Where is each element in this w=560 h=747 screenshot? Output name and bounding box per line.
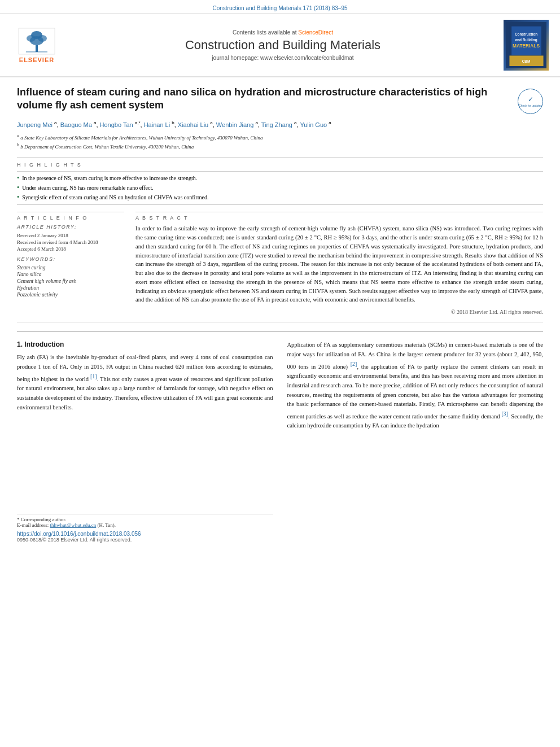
- highlight-item-3: • Synergistic effect of steam curing and…: [17, 194, 543, 202]
- keyword-5: Pozzolanic activity: [17, 292, 124, 298]
- ref-1[interactable]: [1]: [90, 373, 97, 379]
- footer-rights: 0950-0618/© 2018 Elsevier Ltd. All right…: [17, 537, 273, 543]
- journal-header: ELSEVIER Contents lists available at Sci…: [0, 14, 560, 77]
- abstract-text: In order to find a suitable way to impro…: [135, 224, 543, 304]
- highlight-item-2: • Under steam curing, NS has more remark…: [17, 184, 543, 192]
- abstract-label: A B S T R A C T: [135, 212, 543, 221]
- sciencedirect-link[interactable]: ScienceDirect: [298, 29, 333, 36]
- body-col-left: 1. Introduction Fly ash (FA) is the inev…: [17, 340, 273, 543]
- svg-text:MATERIALS: MATERIALS: [513, 43, 540, 49]
- footer-doi-area: https://doi.org/10.1016/j.conbuildmat.20…: [17, 530, 273, 537]
- footnote-email: E-mail address: thhwhut@whut.edu.cn (H. …: [17, 522, 273, 528]
- cbm-logo: Construction and Building MATERIALS CBM: [504, 20, 549, 71]
- divider-body: [17, 322, 543, 322]
- author-wenbin-jiang[interactable]: Wenbin Jiang: [216, 121, 253, 128]
- keywords-section: Keywords: Steam curing Nano silica Cemen…: [17, 256, 124, 298]
- article-title-section: Influence of steam curing and nano silic…: [17, 86, 543, 114]
- ref-3[interactable]: [3]: [501, 410, 508, 417]
- bullet-2: •: [17, 184, 19, 191]
- journal-title: Construction and Building Materials: [73, 38, 492, 53]
- intro-heading: 1. Introduction: [17, 340, 273, 348]
- elsevier-logo: ELSEVIER: [11, 27, 62, 63]
- page-wrapper: Construction and Building Materials 171 …: [0, 0, 560, 551]
- author-baoguo-ma[interactable]: Baoguo Ma: [60, 121, 92, 128]
- keyword-3: Cement high volume fly ash: [17, 278, 124, 284]
- contents-available-text: Contents lists available at ScienceDirec…: [73, 29, 492, 36]
- journal-ref-link[interactable]: Construction and Building Materials 171 …: [212, 5, 347, 11]
- keyword-1: Steam curing: [17, 265, 124, 270]
- article-title: Influence of steam curing and nano silic…: [17, 86, 509, 112]
- authors-line: Junpeng Mei a, Baoguo Ma a, Hongbo Tan a…: [17, 120, 543, 129]
- affiliations: a a State Key Laboratory of Silicate Mat…: [17, 133, 543, 150]
- highlights-bottom-rule: [17, 204, 543, 205]
- cbm-logo-icon: Construction and Building MATERIALS CBM: [508, 24, 545, 66]
- author-hainan-li[interactable]: Hainan Li: [144, 121, 170, 128]
- author-junpeng-mei[interactable]: Junpeng Mei: [17, 121, 53, 128]
- svg-point-6: [31, 31, 42, 39]
- abstract-col: A B S T R A C T In order to find a suita…: [135, 212, 543, 315]
- check-updates-icon: ✓: [528, 95, 533, 103]
- keyword-4: Hydration: [17, 285, 124, 291]
- svg-text:and Building: and Building: [515, 38, 537, 42]
- body-col-right: Application of FA as supplementary cemen…: [287, 340, 544, 543]
- email-link[interactable]: thhwhut@whut.edu.cn: [50, 522, 96, 528]
- author-xiaohai-liu[interactable]: Xiaohai Liu: [178, 121, 208, 128]
- article-info-label: A R T I C L E I N F O: [17, 212, 124, 221]
- body-two-cols: 1. Introduction Fly ash (FA) is the inev…: [17, 331, 543, 543]
- highlight-item-1: • In the presence of NS, steam curing is…: [17, 174, 543, 182]
- divider-after-affiliations: [17, 157, 543, 158]
- doi-link[interactable]: https://doi.org/10.1016/j.conbuildmat.20…: [17, 531, 141, 537]
- affiliation-a: a a State Key Laboratory of Silicate Mat…: [17, 133, 543, 142]
- keywords-label: Keywords:: [17, 256, 124, 262]
- elsevier-tree-icon: [18, 27, 56, 55]
- svg-text:Construction: Construction: [514, 32, 537, 36]
- elsevier-wordmark: ELSEVIER: [19, 56, 54, 63]
- affiliation-b: b b Department of Construction Cost, Wuh…: [17, 142, 543, 151]
- bullet-3: •: [17, 194, 19, 200]
- highlights-section: H I G H L I G H T S • In the presence of…: [17, 162, 543, 205]
- ref-2[interactable]: [2]: [351, 361, 357, 367]
- journal-center: Contents lists available at ScienceDirec…: [62, 29, 504, 61]
- author-yulin-guo[interactable]: Yulin Guo: [300, 121, 327, 128]
- highlights-label: H I G H L I G H T S: [17, 162, 543, 168]
- check-updates-badge[interactable]: ✓ Check for updates: [518, 89, 543, 114]
- article-info-col: A R T I C L E I N F O Article history: R…: [17, 212, 124, 315]
- article-info-abstract-cols: A R T I C L E I N F O Article history: R…: [17, 212, 543, 315]
- article-history: Article history: Received 2 January 2018…: [17, 224, 124, 252]
- author-ting-zhang[interactable]: Ting Zhang: [261, 121, 292, 128]
- author-hongbo-tan[interactable]: Hongbo Tan: [100, 121, 133, 128]
- bullet-1: •: [17, 174, 19, 181]
- footnote-section: * Corresponding author. E-mail address: …: [17, 514, 273, 543]
- received-date: Received 2 January 2018: [17, 233, 124, 238]
- check-updates-label: Check for updates: [519, 104, 542, 107]
- copyright-line: © 2018 Elsevier Ltd. All rights reserved…: [135, 309, 543, 315]
- journal-homepage: journal homepage: www.elsevier.com/locat…: [73, 55, 492, 61]
- accepted-date: Accepted 6 March 2018: [17, 246, 124, 252]
- highlights-top-rule: [17, 171, 543, 172]
- main-content: Influence of steam curing and nano silic…: [0, 77, 560, 551]
- keyword-2: Nano silica: [17, 272, 124, 277]
- footnote-corresponding: * Corresponding author.: [17, 517, 273, 522]
- revised-date: Received in revised form 4 March 2018: [17, 239, 124, 245]
- intro-para2: Application of FA as supplementary cemen…: [287, 340, 544, 431]
- intro-para1: Fly ash (FA) is the inevitable by-produc…: [17, 353, 273, 412]
- history-label: Article history:: [17, 224, 124, 230]
- svg-text:CBM: CBM: [522, 59, 530, 63]
- journal-top-bar: Construction and Building Materials 171 …: [0, 0, 560, 14]
- svg-rect-7: [26, 51, 47, 53]
